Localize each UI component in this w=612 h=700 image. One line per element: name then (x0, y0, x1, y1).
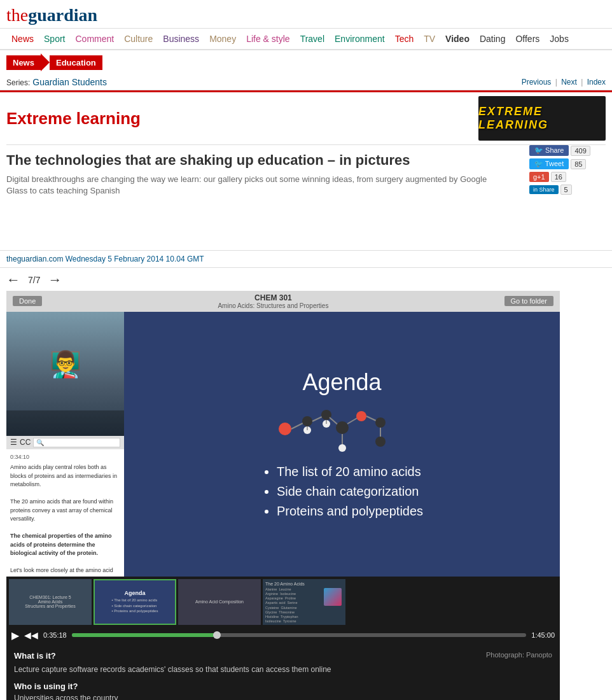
series-next[interactable]: Next (561, 78, 577, 87)
breadcrumb-education[interactable]: Education (50, 55, 102, 70)
nav-item-tech[interactable]: Tech (390, 31, 419, 46)
breadcrumb-arrow (41, 53, 50, 71)
breadcrumb-news[interactable]: News (6, 55, 41, 70)
svg-point-10 (375, 417, 386, 428)
nav-item-business[interactable]: Business (158, 31, 204, 46)
agenda-item-3: Proteins and polypeptides (277, 504, 423, 519)
skip-back-button[interactable]: ◀◀ (24, 630, 38, 640)
svg-line-7 (347, 417, 358, 424)
gallery-counter: 7/7 (28, 275, 40, 285)
time-total: 1:45:00 (531, 631, 555, 639)
svg-point-12 (375, 437, 386, 447)
gallery-slide-subtitle: Amino Acids: Structures and Properties (218, 302, 328, 309)
caption-photograph: Photograph: Panopto (486, 651, 552, 661)
svg-point-6 (336, 421, 349, 434)
twitter-count: 85 (571, 159, 586, 169)
gallery-controls-strip: ☰ CC (6, 436, 124, 449)
linkedin-button[interactable]: in Share (529, 185, 559, 194)
progress-handle[interactable] (213, 631, 221, 639)
breadcrumb-wrap: News Education (6, 53, 102, 71)
twitter-button[interactable]: 🐦 Tweet (529, 158, 569, 169)
thumb-3[interactable]: Amino Acid Composition (178, 579, 261, 625)
svg-line-9 (366, 416, 377, 421)
progress-bar[interactable] (72, 633, 527, 637)
nav-item-dating[interactable]: Dating (475, 31, 510, 46)
nav-item-culture[interactable]: Culture (119, 31, 158, 46)
extreme-learning-logo: EXTREME LEARNING (478, 96, 606, 141)
nav-item-jobs[interactable]: Jobs (545, 31, 574, 46)
timestamp-datetime: Wednesday 5 February 2014 10.04 GMT (66, 255, 204, 263)
molecule-graphic (266, 403, 419, 454)
svg-line-1 (291, 423, 304, 429)
article-subtitle: Digital breakthroughs are changing the w… (6, 174, 490, 197)
nav-item-lifestyle[interactable]: Life & style (241, 31, 295, 46)
gallery-slide-info: CHEM 301 Amino Acids: Structures and Pro… (218, 293, 328, 309)
googleplus-share[interactable]: g+1 16 (529, 172, 606, 182)
time-current: 0:35:18 (43, 631, 67, 639)
header: theguardian (0, 0, 612, 29)
series-bar: Series: Guardian Students Previous | Nex… (0, 74, 612, 90)
done-button[interactable]: Done (13, 296, 42, 306)
twitter-share[interactable]: 🐦 Tweet 85 (529, 158, 606, 169)
thumb-1[interactable]: CHEM301: Lecture 5Amino AcidsStructures … (9, 579, 92, 625)
protein-image (324, 588, 342, 606)
caption-who-text: Universities across the country (14, 694, 552, 700)
svg-point-0 (279, 423, 291, 435)
progress-fill (72, 633, 218, 637)
gallery-next-button[interactable]: → (48, 272, 62, 288)
caption-what-text: Lecture capture software records academi… (14, 664, 552, 675)
linkedin-share[interactable]: in Share 5 (529, 185, 606, 195)
thumb-2[interactable]: Agenda • The list of 20 amino acids• Sid… (94, 579, 176, 625)
facebook-button[interactable]: 🐦 Share (529, 145, 569, 156)
gallery: ← 7/7 → Done CHEM 301 Amino Acids: Struc… (0, 268, 612, 700)
page-title: The technologies that are shaking up edu… (0, 145, 496, 199)
caption-header: What is it? Photograph: Panopto (14, 651, 552, 661)
note-text: Amino acids play central roles both as b… (10, 463, 120, 577)
article-body: The technologies that are shaking up edu… (0, 145, 612, 199)
extreme-logo-text: EXTREME LEARNING (478, 105, 606, 132)
gallery-prev-button[interactable]: ← (6, 272, 20, 288)
nav-item-tv[interactable]: TV (419, 31, 440, 46)
nav-item-travel[interactable]: Travel (295, 31, 330, 46)
agenda-item-1: The list of 20 amino acids (277, 465, 423, 479)
gallery-playbar: ▶ ◀◀ 0:35:18 1:45:00 (6, 626, 560, 645)
cc-icon[interactable]: CC (20, 438, 31, 447)
series-index[interactable]: Index (587, 78, 606, 87)
gallery-nav: ← 7/7 → (6, 272, 606, 288)
gallery-top-bar: Done CHEM 301 Amino Acids: Structures an… (6, 291, 560, 312)
gallery-image: Done CHEM 301 Amino Acids: Structures an… (6, 291, 560, 645)
gallery-search-input[interactable] (33, 438, 120, 447)
svg-line-3 (312, 416, 323, 421)
timestamp-site[interactable]: theguardian.com (6, 255, 63, 263)
gallery-thumbnails: CHEM301: Lecture 5Amino AcidsStructures … (6, 577, 560, 626)
nav-item-news[interactable]: News (6, 31, 39, 46)
section-heading-area: Extreme learning EXTREME LEARNING (0, 90, 612, 143)
social-buttons: 🐦 Share 409 🐦 Tweet 85 g+1 16 in Share 5 (529, 145, 606, 195)
list-icon[interactable]: ☰ (10, 438, 17, 447)
series-previous[interactable]: Previous (522, 78, 552, 87)
logo-guardian: guardian (28, 5, 97, 25)
caption-area: What is it? Photograph: Panopto Lecture … (6, 645, 560, 700)
main-nav: News Sport Comment Culture Business Mone… (0, 29, 612, 50)
breadcrumb: News Education (0, 50, 612, 74)
gallery-content: 👨‍🏫 ☰ CC 0:34:10 Amino acids play centra… (6, 312, 560, 577)
nav-item-offers[interactable]: Offers (510, 31, 545, 46)
gallery-video-thumb: 👨‍🏫 (6, 312, 124, 436)
nav-item-video[interactable]: Video (440, 31, 475, 46)
play-button[interactable]: ▶ (11, 629, 19, 641)
nav-item-comment[interactable]: Comment (70, 31, 119, 46)
svg-point-2 (302, 416, 312, 426)
googleplus-button[interactable]: g+1 (529, 172, 549, 182)
logo: theguardian (6, 5, 606, 25)
series-name[interactable]: Guardian Students (32, 77, 107, 87)
nav-item-sport[interactable]: Sport (39, 31, 70, 46)
agenda-title: Agenda (302, 369, 381, 396)
nav-item-environment[interactable]: Environment (330, 31, 390, 46)
timestamp: theguardian.com Wednesday 5 February 201… (0, 250, 612, 268)
facebook-share[interactable]: 🐦 Share 409 (529, 145, 606, 156)
folder-button[interactable]: Go to folder (504, 296, 553, 306)
nav-item-money[interactable]: Money (204, 31, 241, 46)
thumb-4[interactable]: The 20 Amino Acids Alanine LeucineArgini… (263, 579, 345, 625)
facebook-count: 409 (571, 146, 590, 156)
series-label: Series: (6, 78, 30, 87)
